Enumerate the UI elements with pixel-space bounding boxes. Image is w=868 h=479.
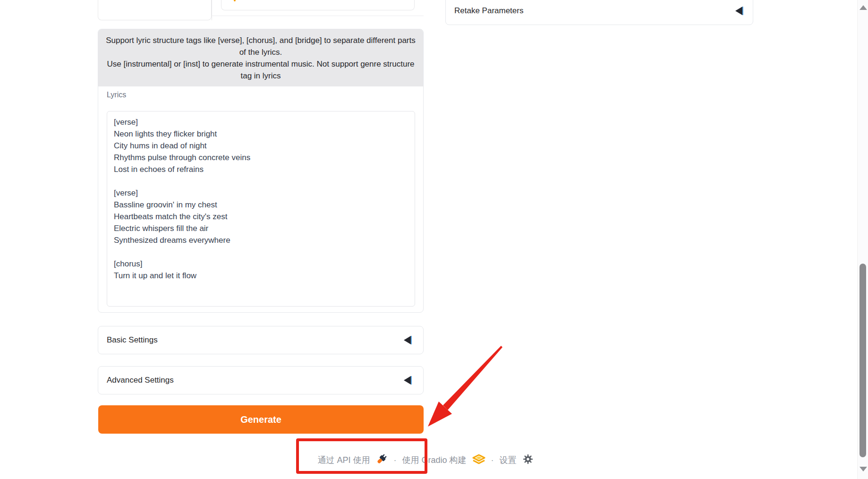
collapse-caret-icon	[404, 376, 412, 385]
built-with-gradio-link[interactable]: 使用 Gradio 构建	[402, 454, 466, 466]
footer: 通过 API 使用 · 使用 Gradio 构建 · 设置	[98, 450, 753, 470]
gear-icon	[522, 453, 534, 467]
app-window: Support lyric structure tags like [verse…	[0, 0, 868, 479]
scrollbar-track[interactable]	[857, 0, 868, 479]
accordion-advanced-label: Advanced Settings	[107, 376, 174, 385]
scroll-up-arrow[interactable]	[859, 5, 867, 10]
footer-separator: ·	[491, 455, 494, 465]
accordion-basic-label: Basic Settings	[107, 335, 158, 345]
column-divider	[212, 0, 212, 20]
footer-separator: ·	[393, 455, 396, 465]
scrollbar-thumb[interactable]	[859, 264, 866, 457]
collapse-caret-icon	[404, 336, 412, 344]
row-border	[212, 16, 424, 16]
lyrics-info-banner: Support lyric structure tags like [verse…	[98, 29, 423, 86]
collapse-caret-icon	[735, 7, 743, 15]
scroll-down-arrow[interactable]	[859, 467, 867, 471]
use-via-api-link[interactable]: 通过 API 使用	[317, 454, 370, 466]
api-plug-icon	[375, 453, 388, 468]
clipped-emoji-icon	[233, 0, 240, 3]
lyrics-label: Lyrics	[107, 91, 126, 99]
clipped-input-box-left[interactable]	[98, 0, 212, 20]
gradio-logo-icon	[472, 453, 485, 467]
annotation-arrow	[420, 338, 508, 432]
accordion-retake-parameters[interactable]: Retake Parameters	[445, 0, 753, 25]
accordion-retake-label: Retake Parameters	[454, 6, 523, 16]
settings-link[interactable]: 设置	[500, 454, 517, 466]
lyrics-textarea[interactable]: [verse] Neon lights they flicker bright …	[107, 111, 415, 307]
accordion-advanced-settings[interactable]: Advanced Settings	[98, 366, 424, 394]
lyrics-card: Support lyric structure tags like [verse…	[98, 29, 424, 313]
clipped-input-box-right[interactable]	[221, 0, 415, 10]
generate-button[interactable]: Generate	[98, 405, 424, 434]
accordion-basic-settings[interactable]: Basic Settings	[98, 326, 424, 354]
